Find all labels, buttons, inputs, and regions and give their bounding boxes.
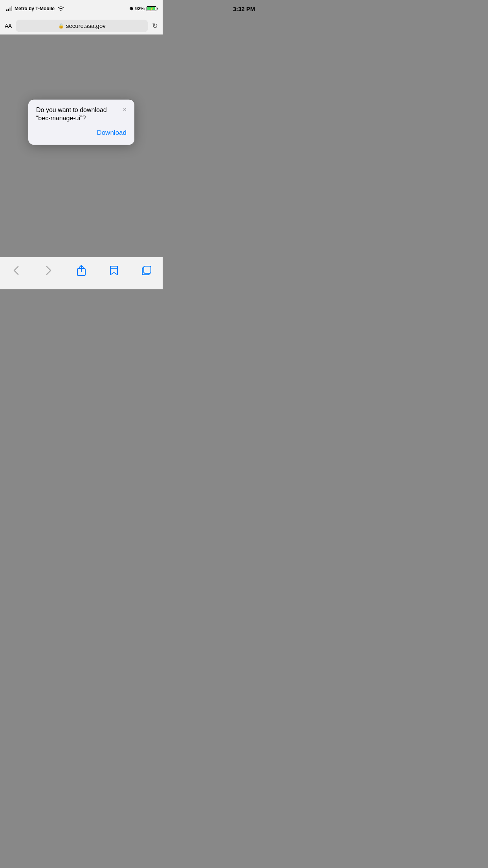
- svg-rect-2: [144, 266, 151, 273]
- bottom-navigation-bar: [0, 257, 163, 289]
- dialog-actions: Download: [36, 127, 127, 138]
- battery-percentage: 92%: [135, 6, 145, 11]
- share-button[interactable]: [73, 262, 90, 279]
- dialog-message: Do you want to download “bec-manage-ui”?: [36, 106, 123, 123]
- text-size-button[interactable]: AA: [5, 23, 12, 29]
- share-icon: [77, 265, 86, 276]
- wifi-icon: [58, 6, 64, 11]
- chevron-right-icon: [46, 266, 51, 275]
- forward-button[interactable]: [40, 262, 57, 279]
- signal-bar-2: [8, 9, 9, 11]
- location-icon: ⊕: [129, 6, 133, 11]
- bookmarks-icon: [109, 265, 119, 276]
- back-button[interactable]: [7, 262, 25, 279]
- status-right: ⊕ 92% ⚡: [129, 6, 156, 11]
- carrier-name: Metro by T-Mobile: [15, 6, 55, 11]
- chevron-left-icon: [13, 266, 19, 275]
- lock-icon: 🔒: [58, 23, 64, 29]
- dialog-close-button[interactable]: ×: [123, 106, 127, 113]
- signal-bars: [6, 6, 12, 11]
- main-content: Do you want to download “bec-manage-ui”?…: [0, 35, 163, 257]
- reload-button[interactable]: ↻: [152, 22, 158, 30]
- status-bar: Metro by T-Mobile 3:32 PM ⊕ 92% ⚡: [0, 0, 163, 17]
- charging-bolt-icon: ⚡: [150, 7, 154, 11]
- bookmarks-button[interactable]: [105, 262, 123, 279]
- download-button[interactable]: Download: [97, 127, 127, 138]
- url-bar: AA 🔒 secure.ssa.gov ↻: [0, 17, 163, 35]
- signal-bar-4: [11, 6, 12, 11]
- signal-bar-3: [9, 7, 11, 11]
- tabs-icon: [142, 266, 151, 275]
- status-left: Metro by T-Mobile: [6, 6, 64, 11]
- signal-bar-1: [6, 9, 7, 11]
- url-field[interactable]: 🔒 secure.ssa.gov: [16, 20, 148, 32]
- url-text: secure.ssa.gov: [66, 22, 106, 29]
- download-dialog: Do you want to download “bec-manage-ui”?…: [28, 99, 134, 145]
- battery-icon: ⚡: [147, 6, 156, 11]
- dialog-header: Do you want to download “bec-manage-ui”?…: [36, 106, 127, 123]
- tabs-button[interactable]: [138, 262, 155, 279]
